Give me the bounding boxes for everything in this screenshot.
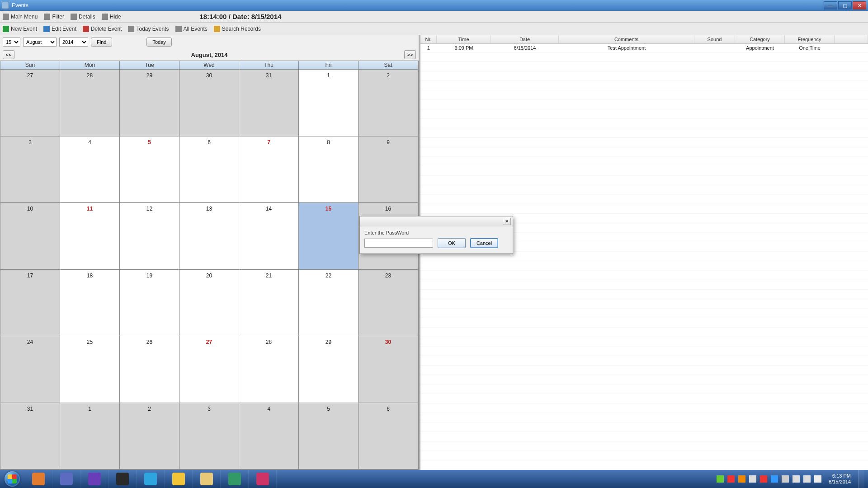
calendar-cell[interactable]: 28 xyxy=(60,70,120,136)
next-month-button[interactable]: >> xyxy=(404,50,416,59)
event-list-blank[interactable] xyxy=(420,52,868,470)
calendar-cell[interactable]: 3 xyxy=(179,403,239,470)
new-event-button[interactable]: New Event xyxy=(3,26,37,32)
calendar-cell[interactable]: 19 xyxy=(120,270,179,337)
calendar-cell[interactable]: 5 xyxy=(299,403,359,470)
calendar-cell[interactable]: 4 xyxy=(60,136,120,203)
calendar-cell[interactable]: 15 xyxy=(299,203,359,270)
col-nr[interactable]: Nr. xyxy=(420,35,437,43)
action-icon[interactable] xyxy=(814,475,821,483)
day-select[interactable]: 15 xyxy=(3,38,20,47)
taskbar-clock[interactable]: 6:13 PM 8/15/2014 xyxy=(826,473,854,485)
show-desktop-button[interactable] xyxy=(858,470,864,488)
calendar-cell[interactable]: 12 xyxy=(120,203,179,270)
close-button[interactable]: ✕ xyxy=(853,1,866,9)
tray-up[interactable] xyxy=(782,475,789,483)
taskbar-skype-icon[interactable] xyxy=(137,470,165,488)
taskbar-record-icon[interactable] xyxy=(108,470,137,488)
taskbar-sun-icon[interactable] xyxy=(165,470,193,488)
find-button[interactable]: Find xyxy=(91,38,112,47)
volume-icon[interactable] xyxy=(749,475,756,483)
calendar-cell[interactable]: 5 xyxy=(120,136,179,203)
taskbar-firefox-icon[interactable] xyxy=(24,470,52,488)
calendar-cell[interactable]: 17 xyxy=(0,270,60,337)
tray-2[interactable] xyxy=(727,475,735,483)
today-button[interactable]: Today xyxy=(146,38,171,47)
calendar-cell[interactable]: 24 xyxy=(0,336,60,403)
tray-flag[interactable] xyxy=(760,475,767,483)
taskbar-app2-icon[interactable] xyxy=(249,470,277,488)
calendar-cell[interactable]: 27 xyxy=(179,336,239,403)
search-records-button[interactable]: Search Records xyxy=(214,26,261,32)
calendar-cell[interactable]: 1 xyxy=(299,70,359,136)
calendar-cell[interactable]: 27 xyxy=(0,70,60,136)
calendar-cell[interactable]: 1 xyxy=(60,403,120,470)
calendar-cell[interactable]: 18 xyxy=(60,270,120,337)
dialog-close-button[interactable]: ✕ xyxy=(503,218,511,225)
maximize-button[interactable]: ▢ xyxy=(838,1,852,9)
main-menu-button[interactable]: Main Menu xyxy=(3,14,38,20)
taskbar-explorer-icon[interactable] xyxy=(193,470,221,488)
calendar-cell[interactable]: 31 xyxy=(0,403,60,470)
calendar-cell[interactable]: 29 xyxy=(120,70,179,136)
cancel-button[interactable]: Cancel xyxy=(470,238,498,248)
ok-button[interactable]: OK xyxy=(438,238,466,248)
dialog-titlebar[interactable]: ✕ xyxy=(360,216,513,226)
calendar-cell[interactable]: 6 xyxy=(359,403,418,470)
calendar-cell[interactable]: 9 xyxy=(359,136,418,203)
calendar-cell[interactable]: 2 xyxy=(359,70,418,136)
app1-icon xyxy=(228,473,241,485)
tray-1[interactable] xyxy=(717,475,724,483)
delete-event-button[interactable]: Delete Event xyxy=(83,26,122,32)
taskbar-infinity-icon[interactable] xyxy=(52,470,80,488)
event-row[interactable]: 16:09 PM8/15/2014Test AppointmentAppoint… xyxy=(420,44,868,52)
tray-3[interactable] xyxy=(738,475,745,483)
calendar-cell[interactable]: 28 xyxy=(239,336,299,403)
tray-5[interactable] xyxy=(771,475,778,483)
today-events-button[interactable]: Today Events xyxy=(128,26,169,32)
calendar-cell[interactable]: 26 xyxy=(120,336,179,403)
battery-icon[interactable] xyxy=(803,475,811,483)
col-date[interactable]: Date xyxy=(491,35,559,43)
start-button[interactable] xyxy=(0,470,24,488)
taskbar-app1-icon[interactable] xyxy=(221,470,249,488)
taskbar-visualstudio-icon[interactable] xyxy=(80,470,108,488)
calendar-cell[interactable]: 23 xyxy=(359,270,418,337)
sun-icon xyxy=(172,473,185,485)
month-select[interactable]: August xyxy=(23,38,57,47)
network-icon[interactable] xyxy=(793,475,800,483)
password-input[interactable] xyxy=(364,239,433,248)
filter-button[interactable]: Filter xyxy=(44,14,64,20)
calendar-cell[interactable]: 22 xyxy=(299,270,359,337)
calendar-cell[interactable]: 25 xyxy=(60,336,120,403)
col-category[interactable]: Category xyxy=(735,35,785,43)
col-comments[interactable]: Comments xyxy=(559,35,694,43)
calendar-cell[interactable]: 10 xyxy=(0,203,60,270)
year-select[interactable]: 2014 xyxy=(59,38,88,47)
hide-button[interactable]: Hide xyxy=(102,14,121,20)
col-frequency[interactable]: Frequency xyxy=(785,35,835,43)
calendar-cell[interactable]: 7 xyxy=(239,136,299,203)
details-button[interactable]: Details xyxy=(71,14,95,20)
calendar-cell[interactable]: 30 xyxy=(359,336,418,403)
minimize-button[interactable]: — xyxy=(824,1,837,9)
calendar-cell[interactable]: 3 xyxy=(0,136,60,203)
calendar-cell[interactable]: 13 xyxy=(179,203,239,270)
col-sound[interactable]: Sound xyxy=(694,35,735,43)
titlebar[interactable]: Events — ▢ ✕ xyxy=(0,0,868,11)
calendar-cell[interactable]: 14 xyxy=(239,203,299,270)
prev-month-button[interactable]: << xyxy=(3,50,14,59)
calendar-cell[interactable]: 20 xyxy=(179,270,239,337)
calendar-cell[interactable]: 30 xyxy=(179,70,239,136)
calendar-cell[interactable]: 8 xyxy=(299,136,359,203)
calendar-cell[interactable]: 31 xyxy=(239,70,299,136)
calendar-cell[interactable]: 6 xyxy=(179,136,239,203)
calendar-cell[interactable]: 2 xyxy=(120,403,179,470)
calendar-cell[interactable]: 4 xyxy=(239,403,299,470)
calendar-cell[interactable]: 21 xyxy=(239,270,299,337)
calendar-cell[interactable]: 11 xyxy=(60,203,120,270)
edit-event-button[interactable]: Edit Event xyxy=(43,26,76,32)
col-time[interactable]: Time xyxy=(437,35,491,43)
calendar-cell[interactable]: 29 xyxy=(299,336,359,403)
all-events-button[interactable]: All Events xyxy=(175,26,208,32)
